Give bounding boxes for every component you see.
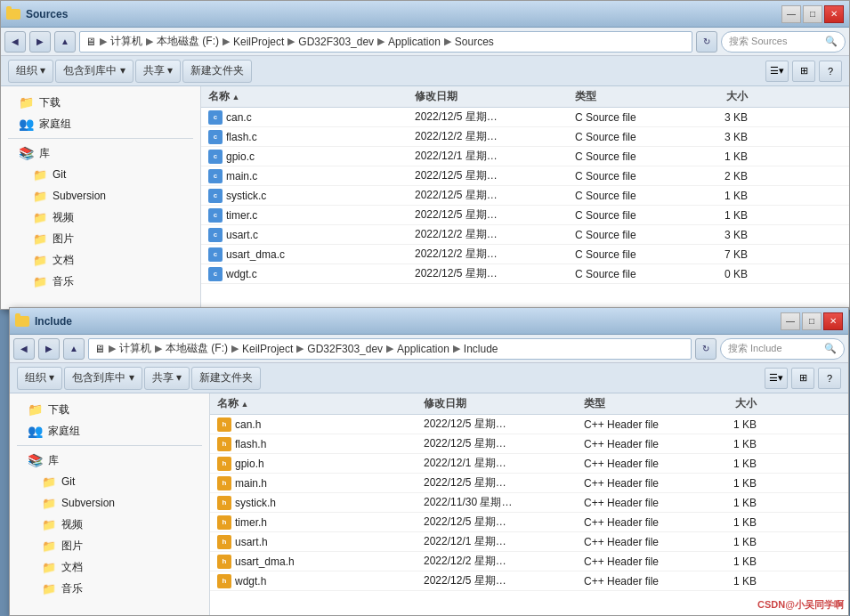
include-sidebar-item-images[interactable]: 📁 图片: [10, 535, 209, 556]
sources-forward-button[interactable]: ▶: [29, 31, 51, 53]
include-sidebar-item-homegroup[interactable]: 👥 家庭组: [10, 420, 209, 442]
include-sidebar-item-music[interactable]: 📁 音乐: [10, 578, 209, 599]
file-type: C Source file: [575, 111, 691, 124]
include-path-part5: Application: [397, 343, 449, 355]
file-size: 1 KB: [700, 438, 771, 450]
include-col-name-header[interactable]: 名称: [210, 396, 424, 411]
table-row[interactable]: h wdgt.h 2022/12/5 星期… C++ Header file 1…: [210, 571, 848, 591]
table-row[interactable]: c usart_dma.c 2022/12/2 星期… C Source fil…: [201, 245, 849, 264]
table-row[interactable]: h usart.h 2022/12/1 星期… C++ Header file …: [210, 532, 848, 552]
include-maximize-button[interactable]: □: [802, 312, 822, 330]
sources-sidebar-item-docs[interactable]: 📁 文档: [1, 249, 200, 271]
file-size: 0 KB: [691, 268, 762, 280]
sources-sidebar-item-music[interactable]: 📁 音乐: [1, 271, 200, 292]
sources-new-folder-button[interactable]: 新建文件夹: [182, 60, 252, 83]
sources-organize-button[interactable]: 组织 ▾: [8, 60, 53, 83]
sources-share-button[interactable]: 共享 ▾: [135, 60, 181, 83]
include-include-library-button[interactable]: 包含到库中 ▾: [64, 367, 142, 390]
include-col-size-header[interactable]: 大小: [700, 396, 771, 411]
file-date: 2022/12/1 星期…: [424, 534, 584, 549]
table-row[interactable]: c main.c 2022/12/5 星期… C Source file 2 K…: [201, 166, 849, 186]
include-sidebar-item-docs[interactable]: 📁 文档: [10, 556, 209, 578]
file-name: can.h: [235, 418, 261, 431]
include-view-large-button[interactable]: ⊞: [791, 368, 814, 389]
file-name: usart.c: [226, 229, 258, 241]
sources-sidebar-item-library[interactable]: 📚 库: [1, 142, 200, 164]
table-row[interactable]: h usart_dma.h 2022/12/2 星期… C++ Header f…: [210, 552, 848, 571]
table-row[interactable]: c systick.c 2022/12/5 星期… C Source file …: [201, 186, 849, 206]
table-row[interactable]: c timer.c 2022/12/5 星期… C Source file 1 …: [201, 206, 849, 225]
include-sidebar-item-library[interactable]: 📚 库: [10, 450, 209, 471]
include-sidebar-item-subversion[interactable]: 📁 Subversion: [10, 492, 209, 514]
sources-sidebar-item-download[interactable]: 📁 下载: [1, 92, 200, 113]
sources-sidebar-item-homegroup[interactable]: 👥 家庭组: [1, 113, 200, 134]
include-refresh-button[interactable]: ↻: [695, 338, 716, 360]
sources-close-button[interactable]: ✕: [824, 5, 844, 23]
table-row[interactable]: c usart.c 2022/12/2 星期… C Source file 3 …: [201, 225, 849, 245]
file-size: 2 KB: [691, 170, 762, 182]
sources-minimize-button[interactable]: —: [781, 5, 801, 23]
sources-maximize-button[interactable]: □: [803, 5, 822, 23]
sources-include-library-button[interactable]: 包含到库中 ▾: [55, 60, 133, 83]
sources-path-part2: 本地磁盘 (F:): [157, 34, 219, 49]
include-organize-button[interactable]: 组织 ▾: [17, 367, 62, 390]
table-row[interactable]: c wdgt.c 2022/12/5 星期… C Source file 0 K…: [201, 264, 849, 284]
sources-back-button[interactable]: ◀: [4, 31, 26, 53]
table-row[interactable]: c flash.c 2022/12/2 星期… C Source file 3 …: [201, 127, 849, 147]
sources-address-path[interactable]: 🖥 ▶ 计算机 ▶ 本地磁盘 (F:) ▶ KeilProject ▶ GD32…: [79, 31, 692, 53]
include-address-path[interactable]: 🖥 ▶ 计算机 ▶ 本地磁盘 (F:) ▶ KeilProject ▶ GD32…: [88, 338, 692, 360]
sources-sidebar-section: 📁 下载 👥 家庭组 📚 库 📁 Git 📁 S: [1, 86, 200, 297]
include-help-button[interactable]: ?: [818, 368, 841, 389]
sources-col-type-header[interactable]: 类型: [575, 89, 691, 104]
sources-sidebar-item-video[interactable]: 📁 视频: [1, 207, 200, 228]
include-minimize-button[interactable]: —: [781, 312, 800, 330]
table-row[interactable]: c can.c 2022/12/5 星期… C Source file 3 KB: [201, 108, 849, 127]
include-new-folder-button[interactable]: 新建文件夹: [191, 367, 261, 390]
sources-col-date-header[interactable]: 修改日期: [415, 89, 575, 104]
c-file-icon: c: [208, 169, 223, 183]
sources-col-size-header[interactable]: 大小: [691, 89, 762, 104]
table-row[interactable]: c gpio.c 2022/12/1 星期… C Source file 1 K…: [201, 147, 849, 166]
h-file-icon: h: [217, 457, 231, 471]
table-row[interactable]: h timer.h 2022/12/5 星期… C++ Header file …: [210, 513, 848, 532]
sources-search-box[interactable]: 搜索 Sources 🔍: [721, 31, 846, 53]
sources-col-name-header[interactable]: 名称: [201, 89, 415, 104]
sources-sidebar-item-subversion[interactable]: 📁 Subversion: [1, 185, 200, 207]
sources-up-button[interactable]: ▲: [54, 31, 76, 53]
file-size: 1 KB: [700, 516, 771, 529]
include-sidebar-item-git[interactable]: 📁 Git: [10, 471, 209, 492]
include-sidebar-sep1: [17, 445, 202, 446]
file-type: C Source file: [575, 170, 691, 182]
include-search-box[interactable]: 搜索 Include 🔍: [720, 338, 845, 360]
table-row[interactable]: h main.h 2022/12/5 星期… C++ Header file 1…: [210, 474, 848, 493]
include-col-date-header[interactable]: 修改日期: [424, 396, 584, 411]
sources-refresh-button[interactable]: ↻: [696, 31, 717, 53]
include-video-folder-icon: 📁: [42, 518, 56, 531]
c-file-icon: c: [208, 208, 223, 223]
include-sidebar-item-video[interactable]: 📁 视频: [10, 514, 209, 535]
doc-folder-icon: 📁: [33, 254, 47, 267]
sources-sidebar-item-images[interactable]: 📁 图片: [1, 228, 200, 249]
include-col-type-header[interactable]: 类型: [584, 396, 700, 411]
file-type: C++ Header file: [584, 536, 700, 548]
include-doc-folder-icon: 📁: [42, 561, 56, 574]
include-close-button[interactable]: ✕: [823, 312, 843, 330]
table-row[interactable]: h can.h 2022/12/5 星期… C++ Header file 1 …: [210, 415, 848, 434]
sources-view-dropdown-button[interactable]: ☰▾: [765, 61, 789, 82]
sources-view-large-button[interactable]: ⊞: [792, 61, 815, 82]
table-row[interactable]: h gpio.h 2022/12/1 星期… C++ Header file 1…: [210, 454, 848, 474]
include-share-button[interactable]: 共享 ▾: [144, 367, 190, 390]
table-row[interactable]: h systick.h 2022/11/30 星期… C++ Header fi…: [210, 493, 848, 513]
include-back-button[interactable]: ◀: [13, 338, 35, 360]
table-row[interactable]: h flash.h 2022/12/5 星期… C++ Header file …: [210, 434, 848, 454]
sources-help-button[interactable]: ?: [819, 61, 842, 82]
sources-sidebar-item-git[interactable]: 📁 Git: [1, 164, 200, 185]
include-up-button[interactable]: ▲: [63, 338, 85, 360]
include-sidebar-item-download[interactable]: 📁 下载: [10, 399, 209, 420]
h-file-icon: h: [217, 555, 231, 569]
include-file-list: 名称 修改日期 类型 大小 h can.h 2022/12/5 星期… C++ …: [210, 393, 848, 615]
include-forward-button[interactable]: ▶: [38, 338, 60, 360]
include-view-dropdown-button[interactable]: ☰▾: [765, 368, 788, 389]
include-path-part6: Include: [464, 343, 498, 355]
include-path-part3: KeilProject: [242, 343, 293, 355]
